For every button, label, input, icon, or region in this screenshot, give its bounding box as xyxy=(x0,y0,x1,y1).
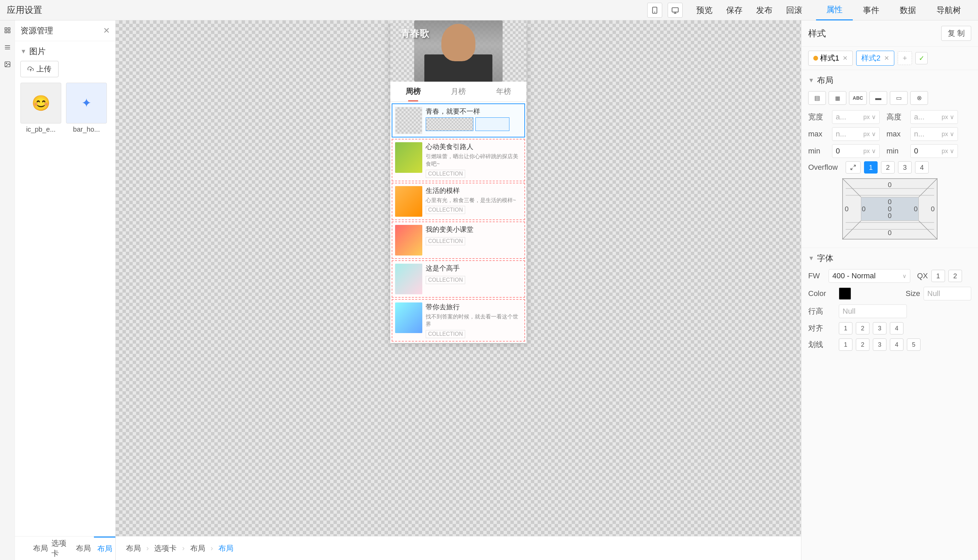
underline-btn-2[interactable]: 2 xyxy=(856,338,870,351)
min-label-2: min xyxy=(886,147,907,155)
max-width-input[interactable]: n... px ∨ xyxy=(832,127,880,141)
list-item-0-title: 青春，就要不一样 xyxy=(426,107,521,116)
list-item-2-title: 生活的模样 xyxy=(426,186,521,195)
publish-btn[interactable]: 发布 xyxy=(756,5,773,16)
list-item-5[interactable]: 带你去旅行 找不到答案的时候，就去看一看这个世界 COLLECTION xyxy=(392,299,525,342)
padding-center-val: 0 xyxy=(888,205,891,213)
overflow-btn-4[interactable]: 4 xyxy=(915,161,929,173)
style-tab-2-close[interactable]: ✕ xyxy=(884,55,889,62)
align-btn-3[interactable]: 3 xyxy=(873,322,886,335)
image-item-1[interactable]: ✦ bar_ho... xyxy=(66,83,107,133)
style-tab-2[interactable]: 样式2 ✕ xyxy=(856,51,894,66)
layout-btn-5[interactable]: ⊗ xyxy=(910,91,928,105)
app-title: 应用设置 xyxy=(7,4,42,16)
width-input[interactable]: a... px ∨ xyxy=(832,110,880,124)
list-item-1[interactable]: 心动美食引路人 引燃味蕾，晒出让你心碎碎跳的探店美食吧~ COLLECTION xyxy=(392,139,525,181)
qx-btn-1[interactable]: 1 xyxy=(931,270,945,282)
height-input[interactable]: a... px ∨ xyxy=(910,110,958,124)
color-swatch[interactable] xyxy=(839,287,851,300)
list-item-4[interactable]: 这是个高手 COLLECTION xyxy=(392,260,525,298)
phone-tab-month[interactable]: 月榜 xyxy=(436,82,481,102)
svg-line-16 xyxy=(851,168,852,170)
breadcrumb-item-2[interactable]: 布局 xyxy=(190,543,205,553)
qx-label: QX xyxy=(917,272,928,280)
bottom-nav-tab[interactable]: 选项卡 xyxy=(52,537,73,560)
svg-point-13 xyxy=(6,63,7,64)
min-width-input[interactable]: 0 px ∨ xyxy=(832,144,880,158)
underline-btn-1[interactable]: 1 xyxy=(839,338,852,351)
size-input[interactable]: Null xyxy=(923,287,971,300)
bottom-nav-layout3[interactable]: 布局 xyxy=(94,537,115,560)
hero-image: 青春歌 xyxy=(390,20,526,82)
list-item-3-title: 我的变美小课堂 xyxy=(426,225,521,234)
desktop-icon[interactable] xyxy=(668,3,683,18)
size-label: Size xyxy=(906,289,920,298)
mobile-icon[interactable] xyxy=(647,3,662,18)
fw-label: FW xyxy=(808,272,825,280)
rollback-btn[interactable]: 回滚 xyxy=(786,5,802,16)
style-section-title: 样式 xyxy=(808,28,826,40)
padding-top-val: 0 xyxy=(888,181,891,189)
list-item-3[interactable]: 我的变美小课堂 COLLECTION xyxy=(392,222,525,259)
sidebar-image-icon[interactable] xyxy=(0,56,15,73)
svg-line-19 xyxy=(842,221,861,240)
sidebar-list-icon[interactable] xyxy=(0,39,15,56)
style-tab-check[interactable]: ✓ xyxy=(915,52,928,64)
upload-button[interactable]: 上传 xyxy=(20,61,58,77)
overflow-label: Overflow xyxy=(808,163,842,172)
align-btn-4[interactable]: 4 xyxy=(890,322,903,335)
list-item-0[interactable]: 青春，就要不一样 xyxy=(392,103,525,137)
style-tab-1-close[interactable]: ✕ xyxy=(843,55,848,62)
padding-center-right: 0 xyxy=(914,205,918,213)
max-height-input[interactable]: n... px ∨ xyxy=(910,127,958,141)
breadcrumb-item-0[interactable]: 布局 xyxy=(126,543,141,553)
lineh-input[interactable]: Null xyxy=(839,305,907,318)
list-item-2-desc: 心里有光，粮食三餐，是生活的模样~ xyxy=(426,197,521,204)
underline-btn-3[interactable]: 3 xyxy=(873,338,886,351)
overflow-btn-1[interactable]: 1 xyxy=(864,161,878,173)
phone-tab-week[interactable]: 周榜 xyxy=(390,82,436,102)
tab-events[interactable]: 事件 xyxy=(853,0,890,20)
phone-frame: 青春歌 周榜 月榜 年榜 青春，就要不一样 xyxy=(390,20,526,343)
list-item-1-collection: COLLECTION xyxy=(426,170,465,178)
breadcrumb-item-1[interactable]: 选项卡 xyxy=(154,543,177,553)
layout-btn-0[interactable]: ▤ xyxy=(808,91,826,105)
layout-btn-4[interactable]: ▭ xyxy=(890,91,908,105)
underline-label: 划线 xyxy=(808,340,835,350)
bottom-nav-layout[interactable]: 布局 xyxy=(15,537,52,560)
phone-tab-year[interactable]: 年榜 xyxy=(481,82,526,102)
align-btn-2[interactable]: 2 xyxy=(856,322,870,335)
overflow-icon[interactable] xyxy=(846,161,861,173)
svg-line-18 xyxy=(919,178,938,197)
padding-right-val: 0 xyxy=(931,205,935,213)
sidebar-close-icon[interactable]: ✕ xyxy=(103,26,110,35)
image-item-0[interactable]: 😊 ic_pb_e... xyxy=(20,83,61,133)
list-item-2[interactable]: 生活的模样 心里有光，粮食三餐，是生活的模样~ COLLECTION xyxy=(392,183,525,220)
breadcrumb-item-3[interactable]: 布局 xyxy=(218,543,233,553)
align-btn-1[interactable]: 1 xyxy=(839,322,852,335)
overflow-btn-2[interactable]: 2 xyxy=(881,161,895,173)
qx-btn-2[interactable]: 2 xyxy=(948,270,962,282)
height-label: 高度 xyxy=(886,112,907,122)
overflow-btn-3[interactable]: 3 xyxy=(898,161,911,173)
tab-data[interactable]: 数据 xyxy=(890,0,926,20)
style-tab-add[interactable]: + xyxy=(898,52,912,65)
style-tab-1[interactable]: 样式1 ✕ xyxy=(808,51,853,66)
copy-button[interactable]: 复 制 xyxy=(941,26,971,41)
layout-btn-3[interactable]: ▬ xyxy=(870,91,887,105)
preview-btn[interactable]: 预览 xyxy=(696,5,713,16)
layout-btn-1[interactable]: ▦ xyxy=(829,91,846,105)
tab-nav-tree[interactable]: 导航树 xyxy=(926,0,971,20)
layout-btn-2[interactable]: ABC xyxy=(849,91,867,105)
svg-line-20 xyxy=(919,221,938,240)
underline-btn-4[interactable]: 4 xyxy=(890,338,903,351)
min-height-input[interactable]: 0 px ∨ xyxy=(910,144,958,158)
save-btn[interactable]: 保存 xyxy=(726,5,743,16)
font-chevron: ▼ xyxy=(808,255,814,262)
min-label: min xyxy=(808,147,829,155)
tab-properties[interactable]: 属性 xyxy=(816,0,853,20)
bottom-nav-layout2[interactable]: 布局 xyxy=(73,537,94,560)
underline-btn-5[interactable]: 5 xyxy=(907,338,920,351)
sidebar-grid-icon[interactable] xyxy=(0,22,15,39)
fw-select[interactable]: 400 - Normal ∨ xyxy=(829,269,910,283)
